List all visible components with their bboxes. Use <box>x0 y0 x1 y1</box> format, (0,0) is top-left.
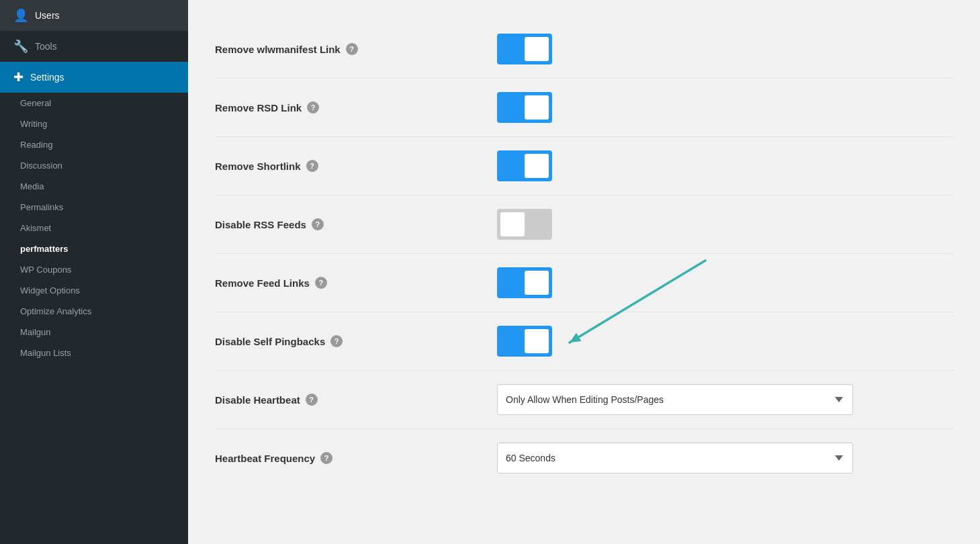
toggle-thumb-remove-shortlink <box>525 154 549 178</box>
toggle-thumb-remove-rsd-link <box>525 95 549 120</box>
sidebar-item-mailgun[interactable]: Mailgun <box>0 322 188 343</box>
sidebar-label-tools: Tools <box>35 41 57 52</box>
sidebar-item-media[interactable]: Media <box>0 176 188 197</box>
help-icon-heartbeat-frequency[interactable]: ? <box>320 452 332 464</box>
toggle-thumb-remove-wlwmanifest <box>525 37 549 61</box>
tools-icon: 🔧 <box>13 39 28 54</box>
toggle-remove-wlwmanifest[interactable] <box>497 34 552 64</box>
sidebar-item-mailgun-lists[interactable]: Mailgun Lists <box>0 343 188 363</box>
help-icon-remove-rsd-link[interactable]: ? <box>307 101 319 114</box>
sidebar-item-optimize-analytics[interactable]: Optimize Analytics <box>0 301 188 322</box>
setting-label-disable-rss-feeds: Disable RSS Feeds? <box>215 218 497 230</box>
setting-label-text-disable-heartbeat: Disable Heartbeat <box>215 394 300 406</box>
help-icon-remove-feed-links[interactable]: ? <box>315 277 327 289</box>
help-icon-disable-rss-feeds[interactable]: ? <box>312 218 324 230</box>
settings-row-disable-rss-feeds: Disable RSS Feeds? <box>215 195 953 254</box>
setting-label-text-remove-feed-links: Remove Feed Links <box>215 277 310 289</box>
select-heartbeat-frequency[interactable]: 15 Seconds30 Seconds60 Seconds120 Second… <box>497 443 853 473</box>
setting-label-text-remove-rsd-link: Remove RSD Link <box>215 102 302 114</box>
sidebar-item-settings[interactable]: ✚ Settings <box>0 62 188 93</box>
sidebar-item-general[interactable]: General <box>0 93 188 114</box>
setting-label-text-disable-self-pingbacks: Disable Self Pingbacks <box>215 336 325 347</box>
settings-row-heartbeat-frequency: Heartbeat Frequency?15 Seconds30 Seconds… <box>215 429 953 487</box>
toggle-thumb-remove-feed-links <box>525 271 549 295</box>
sidebar-item-perfmatters[interactable]: perfmatters <box>0 238 188 259</box>
setting-label-remove-feed-links: Remove Feed Links? <box>215 277 497 289</box>
sidebar-item-writing[interactable]: Writing <box>0 114 188 134</box>
sidebar-item-permalinks[interactable]: Permalinks <box>0 197 188 218</box>
toggle-thumb-disable-self-pingbacks <box>525 329 549 353</box>
help-icon-remove-shortlink[interactable]: ? <box>306 160 318 172</box>
toggle-disable-rss-feeds[interactable] <box>497 209 552 240</box>
setting-label-text-remove-wlwmanifest: Remove wlwmanifest Link <box>215 44 341 55</box>
help-icon-disable-heartbeat[interactable]: ? <box>306 394 318 406</box>
settings-row-disable-heartbeat: Disable Heartbeat?Only Allow When Editin… <box>215 371 953 429</box>
setting-label-disable-heartbeat: Disable Heartbeat? <box>215 394 497 406</box>
help-icon-remove-wlwmanifest[interactable]: ? <box>346 43 358 55</box>
toggle-remove-feed-links[interactable] <box>497 267 552 298</box>
setting-label-remove-shortlink: Remove Shortlink? <box>215 160 497 172</box>
sidebar-item-wp-coupons[interactable]: WP Coupons <box>0 259 188 280</box>
sidebar-item-akismet[interactable]: Akismet <box>0 218 188 238</box>
sidebar-item-widget-options[interactable]: Widget Options <box>0 280 188 301</box>
setting-label-heartbeat-frequency: Heartbeat Frequency? <box>215 452 497 464</box>
settings-icon: ✚ <box>13 70 24 85</box>
settings-row-remove-shortlink: Remove Shortlink? <box>215 137 953 195</box>
main-content: Remove wlwmanifest Link?Remove RSD Link?… <box>188 0 980 544</box>
sidebar-item-reading[interactable]: Reading <box>0 134 188 155</box>
settings-row-remove-feed-links: Remove Feed Links? <box>215 254 953 312</box>
sidebar-item-users[interactable]: 👤 Users <box>0 0 188 31</box>
sidebar-label-settings: Settings <box>30 72 64 83</box>
sidebar-label-users: Users <box>35 10 60 21</box>
setting-label-text-heartbeat-frequency: Heartbeat Frequency <box>215 453 315 464</box>
help-icon-disable-self-pingbacks[interactable]: ? <box>330 335 343 347</box>
setting-label-text-remove-shortlink: Remove Shortlink <box>215 161 301 172</box>
sidebar-sub-menu: General Writing Reading Discussion Media… <box>0 93 188 363</box>
settings-row-remove-wlwmanifest: Remove wlwmanifest Link? <box>215 20 953 79</box>
setting-label-text-disable-rss-feeds: Disable RSS Feeds <box>215 219 306 230</box>
sidebar: 👤 Users 🔧 Tools ✚ Settings General Writi… <box>0 0 188 544</box>
select-disable-heartbeat[interactable]: Only Allow When Editing Posts/PagesDisab… <box>497 384 853 415</box>
setting-label-remove-wlwmanifest: Remove wlwmanifest Link? <box>215 43 497 55</box>
settings-row-disable-self-pingbacks: Disable Self Pingbacks? <box>215 312 953 371</box>
setting-label-remove-rsd-link: Remove RSD Link? <box>215 101 497 114</box>
settings-row-remove-rsd-link: Remove RSD Link? <box>215 79 953 137</box>
toggle-thumb-disable-rss-feeds <box>500 212 525 236</box>
sidebar-item-tools[interactable]: 🔧 Tools <box>0 31 188 62</box>
setting-label-disable-self-pingbacks: Disable Self Pingbacks? <box>215 335 497 347</box>
toggle-disable-self-pingbacks[interactable] <box>497 326 552 357</box>
toggle-remove-rsd-link[interactable] <box>497 92 552 123</box>
toggle-remove-shortlink[interactable] <box>497 150 552 181</box>
sidebar-item-discussion[interactable]: Discussion <box>0 155 188 176</box>
settings-container: Remove wlwmanifest Link?Remove RSD Link?… <box>215 20 953 487</box>
users-icon: 👤 <box>13 8 28 23</box>
